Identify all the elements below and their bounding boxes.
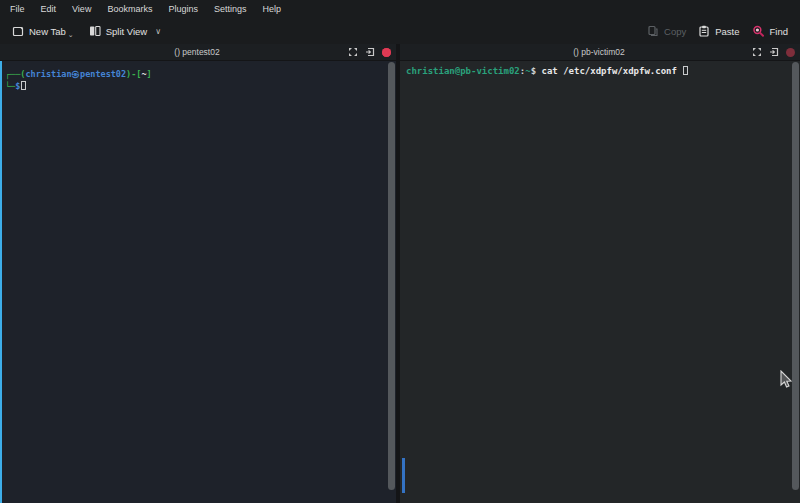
new-tab-icon xyxy=(12,25,24,37)
maximize-view-icon[interactable] xyxy=(348,47,358,57)
maximize-view-icon[interactable] xyxy=(752,47,762,57)
menu-file[interactable]: File xyxy=(2,2,33,16)
split-view-icon xyxy=(89,25,101,37)
find-button[interactable]: Find xyxy=(746,22,794,41)
prompt-line-2: └─$ xyxy=(5,80,386,92)
copy-label: Copy xyxy=(664,26,686,37)
pb-victim02-scrollbar[interactable] xyxy=(792,62,799,502)
pentest02-scrollbar-thumb[interactable] xyxy=(388,62,395,490)
menu-settings[interactable]: Settings xyxy=(206,2,255,16)
split-view-button[interactable]: Split View ∨ xyxy=(83,22,167,40)
terminal-cursor xyxy=(21,81,26,90)
split-view-chevron-icon[interactable]: ∨ xyxy=(155,27,161,36)
menu-bookmarks[interactable]: Bookmarks xyxy=(99,2,160,16)
menu-plugins[interactable]: Plugins xyxy=(160,2,206,16)
prompt-line: christian@pb-victim02:~$ cat /etc/xdpfw/… xyxy=(406,65,790,77)
close-view-button[interactable] xyxy=(382,48,391,57)
menu-edit[interactable]: Edit xyxy=(33,2,65,16)
copy-button[interactable]: Copy xyxy=(641,22,692,40)
pentest02-scrollbar[interactable] xyxy=(388,62,395,502)
paste-icon xyxy=(698,25,710,37)
new-tab-label: New Tab xyxy=(29,26,66,37)
pane-pentest02-header[interactable]: () pentest02 xyxy=(0,44,396,61)
toolbar: New Tab ⌄ Split View ∨ Copy xyxy=(0,18,800,44)
new-tab-button[interactable]: New Tab ⌄ xyxy=(6,22,83,40)
menu-bar: File Edit View Bookmarks Plugins Setting… xyxy=(0,0,800,18)
pb-victim02-scrollbar-thumb[interactable] xyxy=(792,62,799,490)
pane-pb-victim02: () pb-victim02 xyxy=(400,44,800,503)
scroll-highlight-bar xyxy=(402,458,405,493)
close-view-button[interactable] xyxy=(786,48,795,57)
split-view-container: () pentest02 xyxy=(0,44,800,503)
paste-button[interactable]: Paste xyxy=(692,22,745,40)
find-label: Find xyxy=(770,26,788,37)
active-pane-indicator xyxy=(0,61,2,503)
new-tab-dropdown-caret[interactable]: ⌄ xyxy=(68,31,74,39)
pane-pb-victim02-header[interactable]: () pb-victim02 xyxy=(400,44,800,61)
split-view-label: Split View xyxy=(106,26,148,37)
prompt-line-1: ┌──(christian㉿pentest02)-[~] xyxy=(5,68,386,80)
detach-view-icon[interactable] xyxy=(769,47,779,57)
konsole-window: File Edit View Bookmarks Plugins Setting… xyxy=(0,0,800,503)
pane-pentest02: () pentest02 xyxy=(0,44,396,503)
detach-view-icon[interactable] xyxy=(365,47,375,57)
pane-pentest02-title: () pentest02 xyxy=(0,47,342,57)
menu-view[interactable]: View xyxy=(64,2,99,16)
copy-icon xyxy=(647,25,659,37)
pane-pb-victim02-title: () pb-victim02 xyxy=(400,47,746,57)
terminal-pb-victim02[interactable]: christian@pb-victim02:~$ cat /etc/xdpfw/… xyxy=(400,61,800,503)
menu-help[interactable]: Help xyxy=(254,2,289,16)
find-icon xyxy=(752,25,765,38)
terminal-pentest02[interactable]: ┌──(christian㉿pentest02)-[~] └─$ xyxy=(0,61,396,503)
terminal-cursor xyxy=(683,66,688,75)
paste-label: Paste xyxy=(715,26,739,37)
